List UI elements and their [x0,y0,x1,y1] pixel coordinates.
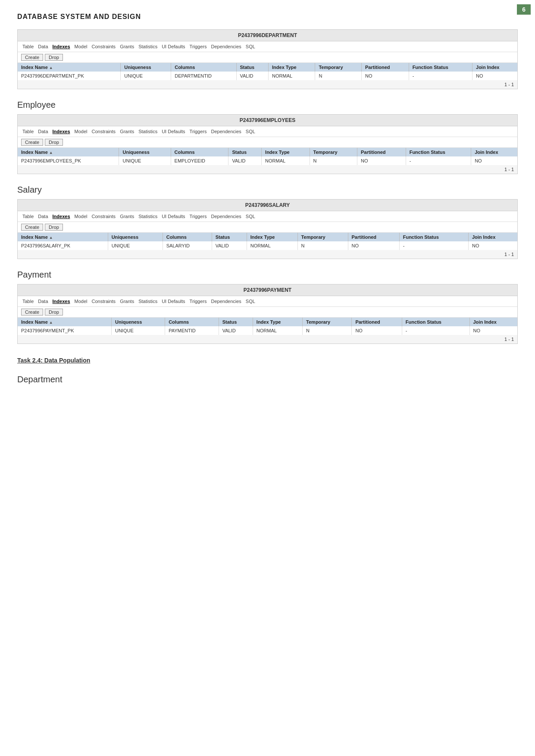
table-cell: NORMAL [262,156,310,165]
tab-ui-defaults-payment[interactable]: UI Defaults [160,298,186,305]
tab-table-employee[interactable]: Table [21,128,35,135]
col-header-status: Status [236,63,269,72]
tab-constraints-department[interactable]: Constraints [90,43,117,50]
table-cell: - [406,156,471,165]
sort-icon: ▲ [49,66,53,70]
col-header-columns: Columns [171,148,228,156]
tab-indexes-salary[interactable]: Indexes [51,213,72,220]
table-cell: SALARYID [163,241,212,250]
table-cell: UNIQUE [108,241,163,250]
tab-constraints-salary[interactable]: Constraints [90,213,117,220]
tab-data-employee[interactable]: Data [37,128,49,135]
tab-ui-defaults-salary[interactable]: UI Defaults [160,213,186,220]
create-button-department[interactable]: Create [21,54,43,61]
tab-grants-salary[interactable]: Grants [119,213,135,220]
table-cell: NO [469,326,517,335]
col-header-partitioned: Partitioned [362,63,409,72]
toolbar-employee: CreateDrop [18,137,517,148]
tab-triggers-employee[interactable]: Triggers [188,128,208,135]
drop-button-salary[interactable]: Drop [45,224,63,231]
tab-statistics-employee[interactable]: Statistics [137,128,159,135]
col-header-index-name: Index Name ▲ [18,148,119,156]
tab-dependencies-employee[interactable]: Dependencies [210,128,243,135]
pagination-row-payment: 1 - 1 [18,335,517,344]
index-table-employee: Index Name ▲UniquenessColumnsStatusIndex… [18,148,517,174]
drop-button-employee[interactable]: Drop [45,139,63,146]
table-cell: VALID [236,72,269,80]
table-cell: NO [352,326,402,335]
tab-indexes-employee[interactable]: Indexes [51,128,72,135]
tab-sql-employee[interactable]: SQL [244,128,257,135]
panel-header-salary: P2437996SALARY [18,200,517,211]
col-header-function-status: Function Status [409,63,472,72]
table-cell: N [297,241,348,250]
tab-triggers-department[interactable]: Triggers [188,43,208,50]
create-button-salary[interactable]: Create [21,224,43,231]
table-cell: P2437996SALARY_PK [18,241,108,250]
tab-table-salary[interactable]: Table [21,213,35,220]
tab-model-salary[interactable]: Model [73,213,89,220]
tab-data-salary[interactable]: Data [37,213,49,220]
table-cell: VALID [228,156,262,165]
sort-icon: ▲ [49,235,53,240]
tab-statistics-salary[interactable]: Statistics [137,213,159,220]
tab-data-payment[interactable]: Data [37,298,49,305]
tab-model-employee[interactable]: Model [73,128,89,135]
table-cell: VALID [212,241,247,250]
col-header-function-status: Function Status [406,148,471,156]
col-header-columns: Columns [163,233,212,241]
section-heading-salary: Salary [17,185,518,195]
tab-indexes-department[interactable]: Indexes [51,43,72,50]
tab-ui-defaults-employee[interactable]: UI Defaults [160,128,186,135]
col-header-function-status: Function Status [399,233,468,241]
tab-dependencies-department[interactable]: Dependencies [210,43,243,50]
tab-grants-payment[interactable]: Grants [119,298,135,305]
tab-dependencies-salary[interactable]: Dependencies [210,213,243,220]
tab-grants-department[interactable]: Grants [119,43,135,50]
section-heading-payment: Payment [17,270,518,280]
tab-data-department[interactable]: Data [37,43,49,50]
table-cell: DEPARTMENTID [171,72,236,80]
tab-sql-salary[interactable]: SQL [244,213,257,220]
tab-statistics-department[interactable]: Statistics [137,43,159,50]
table-cell: UNIQUE [121,72,171,80]
tab-model-department[interactable]: Model [73,43,89,50]
col-header-index-name: Index Name ▲ [18,63,121,72]
index-table-payment: Index Name ▲UniquenessColumnsStatusIndex… [18,318,517,344]
create-button-employee[interactable]: Create [21,139,43,146]
tab-sql-payment[interactable]: SQL [244,298,257,305]
tab-statistics-payment[interactable]: Statistics [137,298,159,305]
tab-table-department[interactable]: Table [21,43,35,50]
tab-constraints-employee[interactable]: Constraints [90,128,117,135]
tab-ui-defaults-department[interactable]: UI Defaults [160,43,186,50]
table-row: P2437996SALARY_PKUNIQUESALARYIDVALIDNORM… [18,241,517,250]
table-cell: NO [472,72,517,80]
tabs-row-payment: TableDataIndexesModelConstraintsGrantsSt… [18,296,517,307]
table-cell: NORMAL [253,326,302,335]
sub-section-department: Department [17,375,518,384]
tab-sql-department[interactable]: SQL [244,43,257,50]
table-cell: UNIQUE [119,156,171,165]
table-cell: N [303,326,352,335]
tab-constraints-payment[interactable]: Constraints [90,298,117,305]
tab-model-payment[interactable]: Model [73,298,89,305]
tab-table-payment[interactable]: Table [21,298,35,305]
tabs-row-employee: TableDataIndexesModelConstraintsGrantsSt… [18,126,517,137]
drop-button-department[interactable]: Drop [45,54,63,61]
table-cell: P2437996DEPARTMENT_PK [18,72,121,80]
col-header-temporary: Temporary [297,233,348,241]
toolbar-salary: CreateDrop [18,222,517,233]
tab-grants-employee[interactable]: Grants [119,128,135,135]
tab-triggers-payment[interactable]: Triggers [188,298,208,305]
create-button-payment[interactable]: Create [21,309,43,316]
task-heading: Task 2.4: Data Population [17,357,518,364]
tab-indexes-payment[interactable]: Indexes [51,298,72,305]
table-cell: - [399,241,468,250]
table-cell: NO [471,156,517,165]
col-header-status: Status [212,233,247,241]
tab-dependencies-payment[interactable]: Dependencies [210,298,243,305]
drop-button-payment[interactable]: Drop [45,309,63,316]
page-number: 6 [517,4,531,15]
page-title: DATABASE SYSTEM AND DESIGN [17,13,518,21]
tab-triggers-salary[interactable]: Triggers [188,213,208,220]
